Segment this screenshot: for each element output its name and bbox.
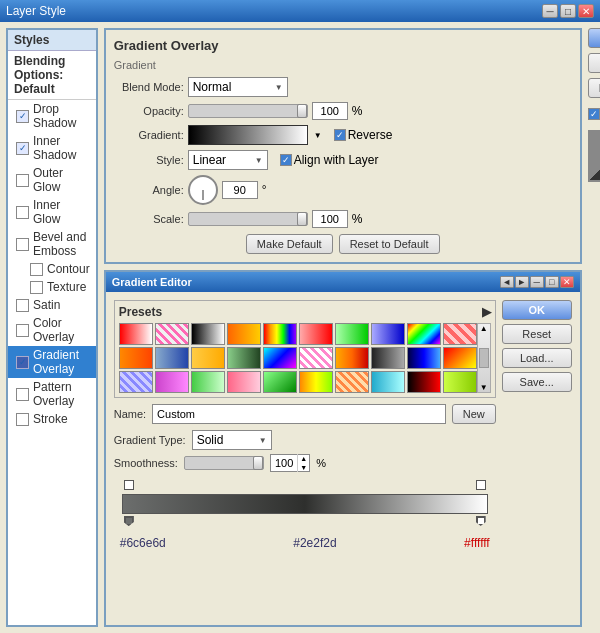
name-input[interactable]: [152, 404, 446, 424]
blend-mode-dropdown[interactable]: Normal ▼: [188, 77, 288, 97]
preset-cell[interactable]: [299, 347, 333, 369]
new-style-button[interactable]: New Style...: [588, 78, 600, 98]
inner-shadow-checkbox[interactable]: [16, 142, 29, 155]
preset-cell[interactable]: [335, 323, 369, 345]
preset-cell[interactable]: [371, 323, 405, 345]
scroll-up-icon[interactable]: ▲: [480, 324, 488, 333]
outer-glow-checkbox[interactable]: [16, 174, 29, 187]
scroll-thumb[interactable]: [479, 348, 489, 368]
preset-cell[interactable]: [155, 371, 189, 393]
smoothness-down-icon[interactable]: ▼: [298, 463, 309, 472]
preset-cell[interactable]: [191, 323, 225, 345]
layer-item-texture[interactable]: Texture: [8, 278, 96, 296]
ge-minimize[interactable]: ─: [530, 276, 544, 288]
stroke-checkbox[interactable]: [16, 413, 29, 426]
preset-cell[interactable]: [407, 347, 441, 369]
preset-cell[interactable]: [227, 347, 261, 369]
style-dropdown[interactable]: Linear ▼: [188, 150, 268, 170]
layer-item-bevel-emboss[interactable]: Bevel and Emboss: [8, 228, 96, 260]
contour-checkbox[interactable]: [30, 263, 43, 276]
layer-item-drop-shadow[interactable]: Drop Shadow: [8, 100, 96, 132]
blending-options-item[interactable]: Blending Options: Default: [8, 51, 96, 100]
texture-checkbox[interactable]: [30, 281, 43, 294]
layer-item-inner-glow[interactable]: Inner Glow: [8, 196, 96, 228]
presets-scroll[interactable]: ▲ ▼: [119, 323, 491, 393]
preset-cell[interactable]: [407, 371, 441, 393]
scale-slider[interactable]: [188, 212, 308, 226]
maximize-button[interactable]: □: [560, 4, 576, 18]
scale-input[interactable]: [312, 210, 348, 228]
ok-button[interactable]: OK: [588, 28, 600, 48]
ge-load-button[interactable]: Load...: [502, 348, 572, 368]
opacity-thumb[interactable]: [297, 104, 307, 118]
preset-cell[interactable]: [299, 323, 333, 345]
make-default-button[interactable]: Make Default: [246, 234, 333, 254]
opacity-slider[interactable]: [188, 104, 308, 118]
bevel-emboss-checkbox[interactable]: [16, 238, 29, 251]
cancel-button[interactable]: Cancel: [588, 53, 600, 73]
preset-cell[interactable]: [191, 371, 225, 393]
layer-item-contour[interactable]: Contour: [8, 260, 96, 278]
layer-item-pattern-overlay[interactable]: Pattern Overlay: [8, 378, 96, 410]
presets-expand-icon[interactable]: ▶: [482, 305, 491, 319]
preset-cell[interactable]: [443, 347, 477, 369]
opacity-stop-right[interactable]: [476, 480, 486, 490]
scroll-down-icon[interactable]: ▼: [480, 383, 488, 392]
opacity-input[interactable]: [312, 102, 348, 120]
ge-ok-button[interactable]: OK: [502, 300, 572, 320]
preset-cell[interactable]: [227, 323, 261, 345]
opacity-stop-left[interactable]: [124, 480, 134, 490]
preset-cell[interactable]: [119, 371, 153, 393]
ge-maximize[interactable]: □: [545, 276, 559, 288]
preset-cell[interactable]: [263, 371, 297, 393]
preset-cell[interactable]: [299, 371, 333, 393]
layer-item-gradient-overlay[interactable]: Gradient Overlay: [8, 346, 96, 378]
gradient-type-dropdown[interactable]: Solid ▼: [192, 430, 272, 450]
smoothness-slider[interactable]: [184, 456, 264, 470]
align-layer-checkbox[interactable]: [280, 154, 292, 166]
color-overlay-checkbox[interactable]: [16, 324, 29, 337]
preset-cell[interactable]: [443, 323, 477, 345]
color-stop-right[interactable]: [476, 516, 486, 526]
preset-cell[interactable]: [371, 347, 405, 369]
gradient-bar[interactable]: [122, 494, 488, 514]
layer-item-outer-glow[interactable]: Outer Glow: [8, 164, 96, 196]
gradient-overlay-checkbox[interactable]: [16, 356, 29, 369]
smoothness-thumb[interactable]: [253, 456, 263, 470]
preset-cell[interactable]: [263, 347, 297, 369]
minimize-button[interactable]: ─: [542, 4, 558, 18]
reverse-checkbox[interactable]: [334, 129, 346, 141]
presets-scrollbar[interactable]: ▲ ▼: [477, 323, 491, 393]
preset-cell[interactable]: [263, 323, 297, 345]
preset-cell[interactable]: [335, 347, 369, 369]
angle-dial[interactable]: [188, 175, 218, 205]
ge-arrow-right[interactable]: ►: [515, 276, 529, 288]
layer-item-satin[interactable]: Satin: [8, 296, 96, 314]
preset-cell[interactable]: [155, 347, 189, 369]
gradient-preview[interactable]: [188, 125, 308, 145]
reset-to-default-button[interactable]: Reset to Default: [339, 234, 440, 254]
smoothness-up-icon[interactable]: ▲: [298, 454, 309, 463]
inner-glow-checkbox[interactable]: [16, 206, 29, 219]
scale-thumb[interactable]: [297, 212, 307, 226]
ge-arrow-left[interactable]: ◄: [500, 276, 514, 288]
close-button[interactable]: ✕: [578, 4, 594, 18]
ge-save-button[interactable]: Save...: [502, 372, 572, 392]
layer-item-stroke[interactable]: Stroke: [8, 410, 96, 428]
preset-cell[interactable]: [443, 371, 477, 393]
preset-cell[interactable]: [191, 347, 225, 369]
color-stop-left[interactable]: [124, 516, 134, 526]
preset-cell[interactable]: [407, 323, 441, 345]
preset-cell[interactable]: [119, 347, 153, 369]
ge-reset-button[interactable]: Reset: [502, 324, 572, 344]
satin-checkbox[interactable]: [16, 299, 29, 312]
preset-cell[interactable]: [155, 323, 189, 345]
preset-cell[interactable]: [335, 371, 369, 393]
preview-checkbox[interactable]: [588, 108, 600, 120]
layer-item-inner-shadow[interactable]: Inner Shadow: [8, 132, 96, 164]
layer-item-color-overlay[interactable]: Color Overlay: [8, 314, 96, 346]
preset-cell[interactable]: [119, 323, 153, 345]
angle-input[interactable]: [222, 181, 258, 199]
ge-close[interactable]: ✕: [560, 276, 574, 288]
drop-shadow-checkbox[interactable]: [16, 110, 29, 123]
